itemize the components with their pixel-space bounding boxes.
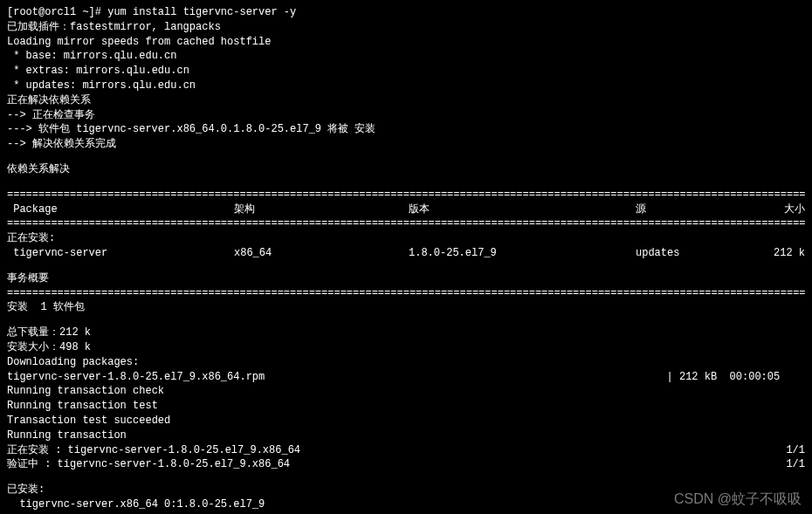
rpm-stats: | 212 kB 00:00:05 <box>667 370 805 385</box>
row-arch: x86_64 <box>234 246 409 261</box>
row-version: 1.8.0-25.el7_9 <box>409 246 636 261</box>
header-package: Package <box>7 202 234 217</box>
row-size: 212 k <box>749 246 805 261</box>
header-size: 大小 <box>749 202 805 217</box>
installing-ratio: 1/1 <box>786 443 805 458</box>
mirror-base: * base: mirrors.qlu.edu.cn <box>7 49 805 64</box>
install-count: 安装 1 软件包 <box>7 300 805 315</box>
downloading-packages: Downloading packages: <box>7 355 805 370</box>
resolving-deps: 正在解决依赖关系 <box>7 93 805 108</box>
trans-running: Running transaction <box>7 428 805 443</box>
pkg-will-install: ---> 软件包 tigervnc-server.x86_64.0.1.8.0-… <box>7 122 805 137</box>
trans-test: Running transaction test <box>7 399 805 414</box>
header-repo: 源 <box>636 202 749 217</box>
table-header: Package 架构 版本 源 大小 <box>7 202 805 217</box>
divider-eq: ========================================… <box>7 216 805 231</box>
loading-line: Loading mirror speeds from cached hostfi… <box>7 35 805 50</box>
mirror-extras: * extras: mirrors.qlu.edu.cn <box>7 64 805 79</box>
plugins-line: 已加载插件：fastestmirror, langpacks <box>7 20 805 35</box>
dep-resolved: 依赖关系解决 <box>7 162 805 177</box>
download-row: tigervnc-server-1.8.0-25.el7_9.x86_64.rp… <box>7 370 805 385</box>
divider-eq: ========================================… <box>7 286 805 301</box>
header-version: 版本 <box>409 202 636 217</box>
total-download: 总下载量：212 k <box>7 326 805 340</box>
row-package: tigervnc-server <box>7 246 234 261</box>
install-size: 安装大小：498 k <box>7 340 805 355</box>
verifying-row: 验证中 : tigervnc-server-1.8.0-25.el7_9.x86… <box>7 457 805 472</box>
trans-check: Running transaction check <box>7 384 805 399</box>
row-repo: updates <box>636 246 749 261</box>
prompt-command: [root@orcl1 ~]# yum install tigervnc-ser… <box>7 5 805 20</box>
header-arch: 架构 <box>234 202 409 217</box>
check-transaction: --> 正在检查事务 <box>7 108 805 123</box>
verifying-pkg: 验证中 : tigervnc-server-1.8.0-25.el7_9.x86… <box>7 457 786 472</box>
watermark: CSDN @蚊子不吸吸 <box>674 490 802 509</box>
rpm-file: tigervnc-server-1.8.0-25.el7_9.x86_64.rp… <box>7 370 667 385</box>
dep-done: --> 解决依赖关系完成 <box>7 137 805 152</box>
trans-succeeded: Transaction test succeeded <box>7 414 805 428</box>
installing-header: 正在安装: <box>7 231 805 246</box>
verifying-ratio: 1/1 <box>786 457 805 472</box>
installing-pkg: 正在安装 : tigervnc-server-1.8.0-25.el7_9.x8… <box>7 443 786 458</box>
divider-eq: ========================================… <box>7 188 805 202</box>
installing-row: 正在安装 : tigervnc-server-1.8.0-25.el7_9.x8… <box>7 443 805 458</box>
table-row: tigervnc-server x86_64 1.8.0-25.el7_9 up… <box>7 246 805 261</box>
mirror-updates: * updates: mirrors.qlu.edu.cn <box>7 79 805 93</box>
summary-header: 事务概要 <box>7 271 805 286</box>
